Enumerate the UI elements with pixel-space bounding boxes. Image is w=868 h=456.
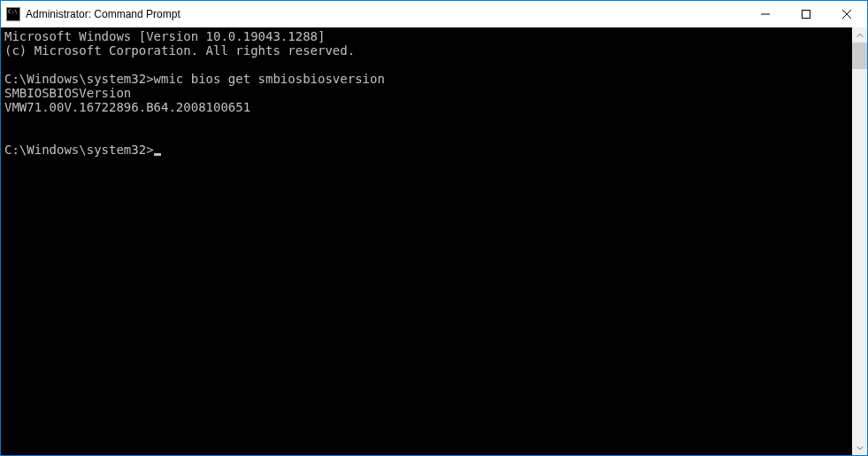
- bios-version-value: VMW71.00V.16722896.B64.2008100651: [4, 100, 250, 114]
- window-title: Administrator: Command Prompt: [26, 8, 181, 20]
- scrollbar-track[interactable]: [852, 43, 867, 440]
- close-button[interactable]: [826, 1, 867, 27]
- os-version-line: Microsoft Windows [Version 10.0.19043.12…: [4, 29, 325, 43]
- terminal-line: SMBIOSBIOSVersion: [4, 86, 852, 100]
- prompt: C:\Windows\system32>: [4, 143, 154, 157]
- terminal-line: [4, 58, 852, 72]
- minimize-icon: [761, 10, 770, 19]
- terminal-line: C:\Windows\system32>: [4, 143, 852, 157]
- minimize-button[interactable]: [745, 1, 786, 27]
- svg-rect-1: [803, 11, 810, 19]
- chevron-down-icon: [856, 444, 864, 452]
- text-cursor: [154, 153, 161, 156]
- titlebar[interactable]: Administrator: Command Prompt: [1, 1, 867, 27]
- command-prompt-window: Administrator: Command Prompt Microsoft …: [0, 0, 868, 456]
- chevron-up-icon: [856, 32, 864, 39]
- window-controls: [745, 1, 867, 27]
- terminal-line: VMW71.00V.16722896.B64.2008100651: [4, 100, 852, 114]
- output-header: SMBIOSBIOSVersion: [4, 86, 131, 100]
- cmd-icon: [6, 7, 20, 21]
- terminal-output[interactable]: Microsoft Windows [Version 10.0.19043.12…: [1, 27, 852, 455]
- terminal-line: [4, 128, 852, 143]
- client-area: Microsoft Windows [Version 10.0.19043.12…: [1, 27, 867, 455]
- entered-command: wmic bios get smbiosbiosversion: [154, 72, 385, 86]
- prompt: C:\Windows\system32>: [4, 72, 154, 86]
- copyright-line: (c) Microsoft Corporation. All rights re…: [4, 43, 355, 58]
- terminal-line: (c) Microsoft Corporation. All rights re…: [4, 43, 852, 58]
- close-icon: [842, 10, 851, 19]
- maximize-button[interactable]: [786, 1, 826, 27]
- scrollbar-thumb[interactable]: [852, 43, 867, 69]
- terminal-line: [4, 114, 852, 128]
- scroll-up-button[interactable]: [852, 27, 867, 43]
- terminal-line: Microsoft Windows [Version 10.0.19043.12…: [4, 29, 852, 43]
- maximize-icon: [802, 10, 810, 19]
- vertical-scrollbar[interactable]: [852, 27, 867, 455]
- terminal-line: C:\Windows\system32>wmic bios get smbios…: [4, 72, 852, 86]
- scroll-down-button[interactable]: [852, 440, 867, 455]
